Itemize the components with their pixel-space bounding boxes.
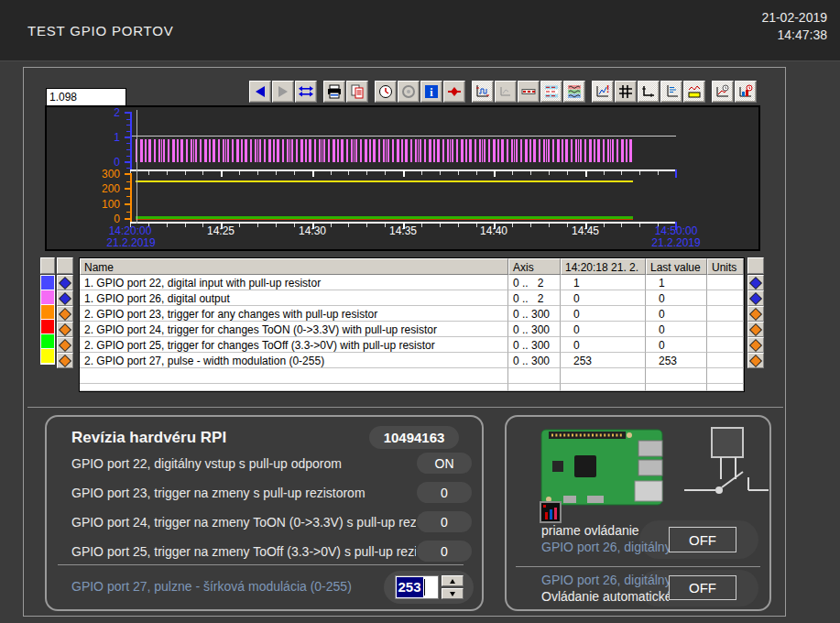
axis-values-icon bbox=[664, 84, 679, 99]
series-color-swatch[interactable] bbox=[41, 334, 54, 348]
table-row[interactable]: 2. GPIO port 25, trigger for changes ToO… bbox=[80, 337, 744, 353]
axes-button[interactable] bbox=[638, 81, 660, 103]
axis-marker-button[interactable] bbox=[57, 290, 73, 306]
highlight-band-button[interactable] bbox=[683, 81, 705, 103]
axis-marker-button[interactable] bbox=[747, 337, 764, 353]
spin-down-button[interactable] bbox=[442, 588, 464, 599]
scroll-back-icon bbox=[253, 84, 267, 99]
info-button[interactable]: i bbox=[420, 81, 442, 103]
x-start-time: 14:20:00 bbox=[95, 224, 165, 237]
x-end-time: 14:50:00 bbox=[641, 224, 711, 237]
trend-toolbar: i ! bbox=[249, 81, 757, 103]
col-header-cursor-time[interactable]: 14:20:18 21. 2. bbox=[561, 258, 646, 275]
col-header-last-value[interactable]: Last value bbox=[646, 258, 707, 275]
y-tick-label: 200 bbox=[89, 183, 120, 194]
y-axis-digital bbox=[130, 112, 132, 170]
y-tick-label: 0 bbox=[89, 213, 120, 224]
axis-marker-button[interactable] bbox=[747, 306, 764, 322]
compress-time-button[interactable] bbox=[443, 81, 465, 103]
hw-revision-value: 10494163 bbox=[369, 426, 459, 449]
print-button[interactable] bbox=[323, 81, 345, 103]
x-tick-label: 14:35 bbox=[368, 224, 438, 237]
direct-control-off-button[interactable]: OFF bbox=[669, 527, 736, 552]
series-color-swatch[interactable] bbox=[41, 305, 54, 319]
series-color-swatch[interactable] bbox=[41, 349, 54, 363]
pwm-value-input[interactable]: 253 bbox=[395, 575, 439, 599]
trends-colors-button[interactable] bbox=[563, 81, 585, 103]
axis-marker-button[interactable] bbox=[747, 290, 764, 306]
scroll-forward-icon bbox=[276, 84, 290, 99]
highlight-icon bbox=[687, 84, 702, 99]
bar-graph-time-button[interactable] bbox=[735, 81, 757, 103]
series-color-swatch[interactable] bbox=[41, 320, 54, 333]
axis-values-button[interactable] bbox=[660, 81, 682, 103]
table-row[interactable]: 1. GPIO port 22, digital input with pull… bbox=[80, 275, 744, 290]
axis-marker-button[interactable] bbox=[57, 353, 73, 368]
zoom-time-range-button[interactable] bbox=[295, 81, 317, 103]
time-settings-button[interactable] bbox=[375, 81, 397, 103]
grid-icon bbox=[618, 84, 633, 99]
col-header-axis[interactable]: Axis bbox=[508, 258, 561, 275]
value-axis-range-button[interactable] bbox=[472, 81, 494, 103]
axis-marker-button[interactable] bbox=[57, 306, 73, 322]
direct-control-sublabel: GPIO port 26, digitálny výstup bbox=[541, 540, 669, 554]
series-color-swatch[interactable] bbox=[41, 290, 54, 304]
gpio-control-panel: Revízia hardvéru RPI 10494163 GPIO port … bbox=[45, 415, 484, 611]
trend-waves-icon bbox=[567, 84, 582, 99]
trends-rows-button[interactable] bbox=[540, 81, 562, 103]
y-tick-label: 1 bbox=[93, 132, 120, 143]
axis-marker-button[interactable] bbox=[57, 322, 73, 337]
axis-marker-button[interactable] bbox=[57, 337, 73, 353]
axis-icon bbox=[641, 84, 656, 99]
x-tick-label: 14:40 bbox=[459, 224, 529, 237]
diamond-icon bbox=[60, 340, 70, 350]
mini-bar-chart-icon[interactable] bbox=[540, 501, 562, 523]
table-row[interactable]: 2. GPIO port 23, trigger for any changes… bbox=[80, 306, 744, 322]
table-row[interactable]: 2. GPIO port 27, pulse - width modulatio… bbox=[80, 353, 744, 368]
alert-graph-icon: ! bbox=[595, 84, 610, 99]
bar-clock-icon bbox=[738, 84, 753, 99]
time-settings-disabled-button[interactable] bbox=[398, 81, 420, 103]
axis-marker-button[interactable] bbox=[747, 275, 764, 290]
auto-control-label: Ovládanie automatické / dialóg bbox=[541, 589, 669, 604]
line-style-button[interactable] bbox=[518, 81, 540, 103]
axis-marker-button[interactable] bbox=[747, 353, 764, 368]
x-tick-label: 14:45 bbox=[551, 224, 620, 237]
alarm-view-button[interactable]: ! bbox=[592, 81, 614, 103]
series-color-swatch[interactable] bbox=[41, 276, 54, 290]
x-tick-label: 14:30 bbox=[278, 224, 347, 237]
copy-button[interactable] bbox=[346, 81, 368, 103]
gpio24-label: GPIO port 24, trigger na zmeny ToON (0->… bbox=[71, 515, 416, 530]
col-header-units[interactable]: Units bbox=[707, 258, 744, 275]
page-title: TEST GPIO PORTOV bbox=[27, 23, 174, 38]
right-marker-column-header bbox=[747, 257, 764, 274]
axis-marker-button[interactable] bbox=[57, 275, 73, 290]
scroll-back-button[interactable] bbox=[249, 81, 271, 103]
diamond-icon bbox=[750, 324, 760, 334]
clock-icon bbox=[378, 84, 393, 99]
table-stub-row bbox=[80, 384, 744, 391]
spin-up-button[interactable] bbox=[442, 575, 464, 586]
scroll-forward-button[interactable] bbox=[272, 81, 294, 103]
time-cursor-line[interactable] bbox=[136, 110, 137, 224]
table-row[interactable]: 2. GPIO port 24, trigger for changes ToO… bbox=[80, 322, 744, 337]
gpio23-label: GPIO port 23, trigger na zmeny s pull-up… bbox=[71, 486, 416, 500]
pwm-spinner bbox=[442, 575, 464, 599]
graph-config-disabled-button[interactable] bbox=[495, 81, 517, 103]
clock-disabled-icon bbox=[401, 84, 416, 99]
axis-marker-button[interactable] bbox=[747, 322, 764, 337]
pwm-selected-text: 253 bbox=[397, 577, 423, 597]
trend-chart[interactable]: 2 1 0 300 200 100 0 bbox=[45, 105, 760, 251]
y-tick-label: 300 bbox=[89, 169, 120, 180]
col-header-name[interactable]: Name bbox=[80, 258, 508, 275]
grid-button[interactable] bbox=[615, 81, 637, 103]
table-row[interactable]: 1. GPIO port 26, digital output 0 .. 2 0… bbox=[80, 290, 744, 306]
text-caret bbox=[424, 579, 425, 596]
marker-column-header bbox=[57, 257, 73, 274]
x-tick-label: 14:25 bbox=[186, 224, 256, 237]
cursor-value-input[interactable] bbox=[46, 88, 126, 106]
auto-control-off-button[interactable]: OFF bbox=[669, 575, 736, 600]
time-cursor-graph-button[interactable] bbox=[712, 81, 734, 103]
trend-rows-icon bbox=[544, 84, 559, 99]
y-tick-label: 0 bbox=[93, 157, 120, 168]
